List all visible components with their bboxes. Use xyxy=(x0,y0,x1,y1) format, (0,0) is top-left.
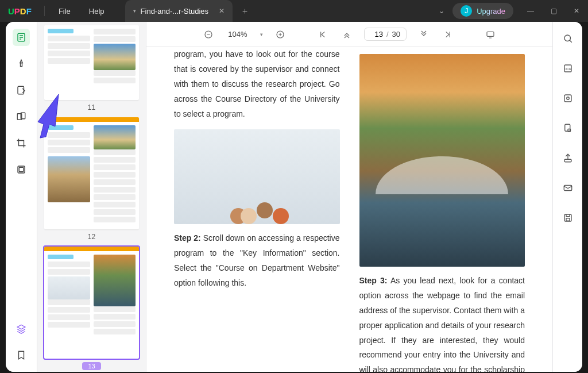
menu-help[interactable]: Help xyxy=(80,7,114,16)
separator xyxy=(44,6,45,16)
save-icon[interactable] xyxy=(559,209,577,226)
app-logo: UPDF xyxy=(0,6,40,16)
thumbnail-label-13: 13 xyxy=(44,362,139,370)
svg-rect-4 xyxy=(21,63,22,67)
ai-assist-icon[interactable] xyxy=(559,90,577,107)
document-tab[interactable]: ▾ Find-and-...r-Studies ✕ xyxy=(125,0,233,22)
svg-line-20 xyxy=(570,40,572,43)
ocr-icon[interactable]: OCR xyxy=(559,60,577,77)
svg-rect-27 xyxy=(564,159,571,162)
document-area: 104% ▾ / 30 program, you have to look ou… xyxy=(146,22,552,372)
svg-rect-9 xyxy=(19,167,24,172)
cursor-arrow-overlay xyxy=(30,91,64,145)
svg-point-24 xyxy=(566,97,569,100)
crop-tool-icon[interactable] xyxy=(13,134,30,152)
doc-paragraph-step3: Step 3: As you lead next, look for a con… xyxy=(359,274,525,372)
doc-image-river-bridge xyxy=(359,54,525,267)
redact-tool-icon[interactable] xyxy=(13,161,30,178)
new-tab-button[interactable]: ＋ xyxy=(241,6,249,17)
svg-rect-17 xyxy=(487,32,494,36)
tab-close-icon[interactable]: ✕ xyxy=(219,7,225,15)
thumbnail-page-13[interactable] xyxy=(44,247,139,359)
thumbnail-page-11[interactable] xyxy=(44,25,139,100)
thumbnail-panel: 11 12 xyxy=(37,22,146,372)
doc-paragraph: program, you have to look out for the co… xyxy=(174,47,340,121)
window-minimize-icon[interactable]: — xyxy=(519,7,542,15)
present-button[interactable] xyxy=(483,28,497,41)
bookmark-icon[interactable] xyxy=(13,347,30,364)
tab-title: Find-and-...r-Studies xyxy=(141,7,209,16)
svg-rect-23 xyxy=(564,95,571,102)
page-input-box[interactable]: / 30 xyxy=(364,28,407,41)
right-tool-rail: OCR xyxy=(552,22,582,372)
thumbnail-label-12: 12 xyxy=(44,233,139,241)
page-separator: / xyxy=(386,30,389,39)
share-icon[interactable] xyxy=(559,149,577,167)
upgrade-label: Upgrade xyxy=(477,7,505,16)
zoom-value: 104% xyxy=(226,30,250,39)
view-toolbar: 104% ▾ / 30 xyxy=(146,22,552,47)
left-tool-rail: Edit PDF xyxy=(6,22,37,372)
window-close-icon[interactable]: ✕ xyxy=(565,7,588,15)
protect-icon[interactable] xyxy=(559,120,577,137)
zoom-in-button[interactable] xyxy=(273,28,287,41)
doc-image-students xyxy=(174,129,340,224)
doc-paragraph-step2: Step 2: Scroll down on accessing a respe… xyxy=(174,231,340,291)
next-page-button[interactable] xyxy=(417,28,431,41)
email-icon[interactable] xyxy=(559,179,577,197)
svg-text:OCR: OCR xyxy=(564,67,571,71)
comment-tool-icon[interactable] xyxy=(13,55,30,72)
tabs-dropdown-icon[interactable]: ⌄ xyxy=(439,7,444,15)
layers-icon[interactable] xyxy=(13,320,30,337)
svg-point-19 xyxy=(564,35,571,41)
organize-pages-icon[interactable] xyxy=(13,108,30,125)
reader-mode-icon[interactable] xyxy=(13,29,30,46)
zoom-dropdown-icon[interactable]: ▾ xyxy=(260,32,263,37)
page-current-input[interactable] xyxy=(370,30,383,39)
first-page-button[interactable] xyxy=(316,28,330,41)
tab-chevron-icon: ▾ xyxy=(133,8,136,14)
menu-file[interactable]: File xyxy=(49,7,80,16)
window-maximize-icon[interactable]: ▢ xyxy=(542,7,565,15)
user-avatar: J xyxy=(461,5,472,17)
svg-rect-29 xyxy=(564,214,571,221)
edit-pdf-icon[interactable] xyxy=(13,82,30,99)
zoom-out-button[interactable] xyxy=(202,28,215,41)
search-icon[interactable] xyxy=(559,30,577,47)
prev-page-button[interactable] xyxy=(340,28,354,41)
page-total: 30 xyxy=(392,30,400,39)
svg-rect-25 xyxy=(564,124,570,131)
last-page-button[interactable] xyxy=(441,28,455,41)
svg-rect-30 xyxy=(566,218,570,221)
upgrade-button[interactable]: J Upgrade xyxy=(452,3,513,19)
document-page: program, you have to look out for the co… xyxy=(146,47,552,372)
